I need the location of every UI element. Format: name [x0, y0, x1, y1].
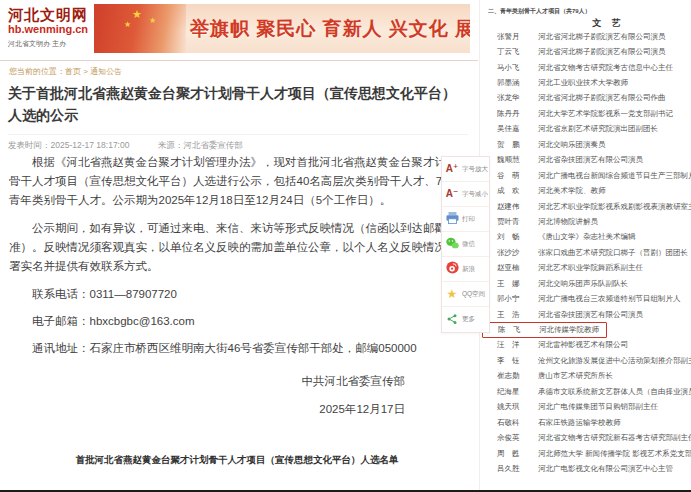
list-item: 魏顺慧 河北省杂技团演艺有限公司演员	[480, 153, 691, 168]
person-name: 郭墨涵	[497, 78, 538, 88]
list-item: 马小飞 河北省文物考古研究院考古信息中心主任	[480, 60, 691, 75]
site-logo[interactable]: 河北文明网 hb.wenming.cn 河北省文明办 主办	[8, 6, 94, 49]
breadcrumb-label: 您当前的位置：	[9, 67, 65, 76]
breadcrumb-home-link[interactable]: 首页	[65, 67, 81, 76]
list-item: 吴佳嘉 河北省京剧艺术研究院演出团副团长	[480, 122, 691, 137]
header-banner: ★ ★ ★ 举旗帜 聚民心 育新人 兴文化 展形象	[94, 4, 470, 53]
banner-slogan: 举旗帜 聚民心 育新人 兴文化 展形象	[190, 16, 466, 42]
share-more-button[interactable]: 更多	[442, 307, 489, 332]
breadcrumb: 您当前的位置：首页 > 通知公告	[9, 66, 122, 77]
list-item: 汪 洋 河北雷神影视艺术有限公司	[480, 338, 691, 353]
list-item: 刘 畅 《唐山文学》杂志社美术编辑	[480, 230, 691, 245]
list-item: 谷 萌 河北广播电视台新闻综合频道节目生产三部制片人	[480, 168, 691, 183]
person-org: 河北交响乐团声乐队副队长	[538, 279, 628, 289]
list-item: 赵亚楠 河北艺术职业学院舞蹈系副主任	[480, 261, 691, 276]
font-increase-icon: A⁺	[445, 164, 459, 174]
list-item: 石敬科 石家庄铁路运输学校教师	[480, 415, 691, 430]
person-name: 崔志勋	[497, 371, 538, 381]
person-org: 河北省河北梆子剧院演艺有限公司演员	[538, 32, 666, 42]
share-toolbar: A⁺ 字号放大 A⁻ 字号减小 打印 微信 新浪 ★ QQ空间 更多	[441, 156, 490, 333]
person-org: 河北传媒学院教师	[539, 325, 599, 335]
share-weibo-button[interactable]: 新浪	[442, 257, 489, 282]
header-divider	[0, 60, 478, 61]
share-wechat-button[interactable]: 微信	[442, 232, 489, 257]
person-org: 河北雷神影视艺术有限公司	[538, 340, 628, 350]
person-name: 张警月	[497, 32, 538, 42]
name-list-title: 首批河北省燕赵黄金台聚才计划骨干人才项目（宣传思想文化平台）人选名单	[9, 450, 465, 469]
person-name: 陈 飞	[498, 325, 539, 335]
person-org: 河北广电影视文化有限公司演艺中心主管	[538, 464, 673, 474]
person-org: 河北美术学院、教师	[538, 186, 606, 196]
list-item: 陈丹丹 河北大学艺术学院影视系一党支部副书记	[480, 106, 691, 121]
font-increase-button[interactable]: A⁺ 字号放大	[442, 157, 489, 182]
list-item: 佘俊英 河北省文物考古研究院新石器考古研究部副主任	[480, 430, 691, 445]
person-org: 河北工业职业技术大学教师	[538, 78, 628, 88]
person-org: 河北交响乐团演奏员	[538, 140, 606, 150]
article-meta: 发表时间：2025-12-17 18:17:00 来源：河北省委宣传部	[8, 134, 468, 152]
person-org: 河北大学艺术学院影视系一党支部副书记	[538, 109, 673, 119]
person-name: 汪 洋	[497, 340, 538, 350]
person-org: 河北艺术职业学院影视系戏剧影视表演教研室主任	[538, 202, 691, 212]
page-root: { "site": { "logo_title": "河北文明网", "logo…	[0, 0, 691, 492]
person-org: 唐山市艺术研究所所长	[538, 371, 613, 381]
person-org: 河北省杂技团演艺有限公司演员	[538, 310, 643, 320]
person-name: 丁云飞	[497, 47, 538, 57]
site-logo-host: 河北省文明办 主办	[8, 39, 94, 49]
list-item: 张警月 河北省河北梆子剧院演艺有限公司演员	[480, 29, 691, 44]
person-org: 河北省文物考古研究院考古信息中心主任	[538, 63, 673, 73]
list-item: 丁云飞 河北省河北梆子剧院演艺有限公司演员	[480, 44, 691, 59]
print-button[interactable]: 打印	[442, 207, 489, 232]
person-name: 姚天琪	[497, 402, 538, 412]
person-name: 李 钰	[497, 356, 538, 366]
person-org: 河北省杂技团演艺有限公司演员	[538, 155, 643, 165]
panel-rows: 张警月 河北省河北梆子剧院演艺有限公司演员 丁云飞 河北省河北梆子剧院演艺有限公…	[480, 29, 691, 477]
person-org: 河北广播电视台三农频道特别节目组制片人	[538, 294, 681, 304]
list-item: 纪海星 承德市文联系统新文艺群体人员（自由择业演员、歌手）	[480, 384, 691, 399]
font-decrease-button[interactable]: A⁻ 字号减小	[442, 182, 489, 207]
list-item: 王 娜 河北交响乐团声乐队副队长	[480, 276, 691, 291]
person-name: 贾叶青	[497, 217, 538, 227]
list-item-highlighted: 陈 飞 河北传媒学院教师	[482, 322, 607, 337]
list-item: 吕久胜 河北广电影视文化有限公司演艺中心主管	[480, 461, 691, 476]
person-name: 王 浩	[497, 310, 538, 320]
list-item: 郭小宁 河北广播电视台三农频道特别节目组制片人	[480, 291, 691, 306]
person-org: 河北艺术职业学院舞蹈系副主任	[538, 263, 643, 273]
contact-email: 电子邮箱：hbxcbgbc@163.com	[9, 312, 465, 331]
article-body: 根据《河北省燕赵黄金台聚才计划管理办法》，现对首批河北省燕赵黄金台聚才计划骨干人…	[9, 153, 465, 469]
person-org: 《唐山文学》杂志社美术编辑	[538, 232, 636, 242]
person-name: 吴佳嘉	[497, 124, 538, 134]
contact-phone: 联系电话：0311—87907720	[9, 285, 465, 304]
contact-address: 通讯地址：石家庄市桥西区维明南大街46号省委宣传部干部处，邮编050000	[9, 339, 465, 358]
wechat-icon	[445, 236, 459, 252]
print-icon	[445, 211, 459, 227]
person-org: 河北省文物考古研究院新石器考古研究部副主任	[538, 433, 691, 443]
person-name: 贺 鹏	[497, 140, 538, 150]
person-org: 河北师范大学 新闻传播学院 影视艺术系党支部书记	[538, 449, 691, 459]
name-list-section-heading: 二、青年类别骨干人才项目（共79人）	[488, 7, 591, 16]
person-name: 张龙华	[497, 93, 538, 103]
site-logo-url[interactable]: hb.wenming.cn	[8, 23, 94, 36]
article-source: 来源：河北省委宣传部	[158, 140, 243, 150]
person-org: 张家口戏曲艺术研究院口梆子（晋剧）团团长	[538, 248, 688, 258]
person-org: 河北博物院讲解员	[538, 217, 598, 227]
font-decrease-icon: A⁻	[445, 189, 459, 199]
person-org: 河北省河北梆子剧院演艺有限公司演员	[538, 47, 666, 57]
person-name: 张沙沙	[497, 248, 538, 258]
list-item: 王 浩 河北省杂技团演艺有限公司演员	[480, 307, 691, 322]
list-item: 张沙沙 张家口戏曲艺术研究院口梆子（晋剧）团团长	[480, 245, 691, 260]
site-logo-title[interactable]: 河北文明网	[8, 6, 94, 23]
person-name: 成 欢	[497, 186, 538, 196]
person-org: 河北省河北梆子剧院演艺有限公司作曲	[538, 93, 666, 103]
list-item: 李 钰 沧州文化旅游发展促进中心活动策划推介部副主任	[480, 353, 691, 368]
person-name: 石敬科	[497, 418, 538, 428]
person-org: 石家庄铁路运输学校教师	[538, 418, 621, 428]
person-name: 王 娜	[497, 279, 538, 289]
share-qzone-button[interactable]: ★ QQ空间	[442, 282, 489, 307]
person-name: 赵建伟	[497, 202, 538, 212]
publish-time: 发表时间：2025-12-17 18:17:00	[8, 140, 129, 150]
list-item: 郭墨涵 河北工业职业技术大学教师	[480, 75, 691, 90]
list-item: 张龙华 河北省河北梆子剧院演艺有限公司作曲	[480, 91, 691, 106]
person-org: 河北广播电视台新闻综合频道节目生产三部制片人	[538, 171, 691, 181]
weibo-icon	[445, 261, 459, 277]
breadcrumb-category-link[interactable]: 通知公告	[90, 67, 122, 76]
